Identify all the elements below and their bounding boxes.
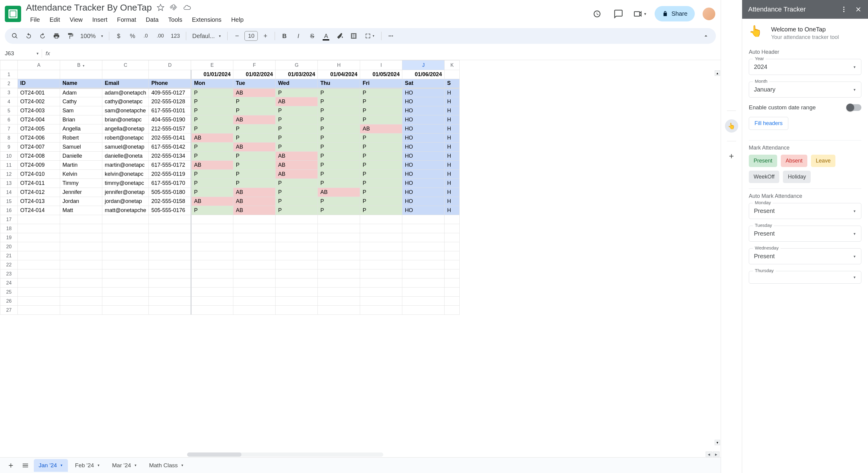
row-header[interactable]: 4 bbox=[0, 97, 18, 106]
cell[interactable]: Wed bbox=[276, 79, 318, 88]
cell[interactable] bbox=[149, 215, 191, 224]
cell[interactable] bbox=[444, 260, 460, 269]
cell[interactable] bbox=[191, 269, 233, 278]
cell[interactable] bbox=[444, 278, 460, 288]
cell[interactable] bbox=[318, 242, 360, 251]
cell[interactable] bbox=[149, 297, 191, 306]
cell[interactable] bbox=[444, 251, 460, 260]
cell[interactable] bbox=[102, 278, 149, 288]
cell[interactable] bbox=[402, 233, 444, 242]
row-header[interactable]: 22 bbox=[0, 260, 18, 269]
cell[interactable]: angella@onetap bbox=[102, 124, 149, 134]
cell[interactable]: AB bbox=[191, 197, 233, 206]
scroll-right-icon[interactable]: ▶ bbox=[713, 451, 719, 457]
cell[interactable] bbox=[18, 70, 60, 79]
cell[interactable]: P bbox=[276, 106, 318, 115]
cell[interactable]: HO bbox=[402, 115, 444, 124]
cell[interactable] bbox=[149, 269, 191, 278]
menu-insert[interactable]: Insert bbox=[88, 14, 112, 25]
cell[interactable]: 202-555-0134 bbox=[149, 152, 191, 161]
scroll-up-icon[interactable]: ▲ bbox=[715, 70, 720, 76]
cell[interactable]: Mon bbox=[191, 79, 233, 88]
cell[interactable] bbox=[276, 251, 318, 260]
cell[interactable] bbox=[191, 242, 233, 251]
cell[interactable]: OT24-001 bbox=[18, 88, 60, 97]
cell[interactable] bbox=[233, 278, 276, 288]
cell[interactable]: Robert bbox=[60, 134, 102, 143]
star-icon[interactable] bbox=[157, 4, 164, 11]
cell[interactable]: OT24-010 bbox=[18, 170, 60, 179]
fill-headers-button[interactable]: Fill headers bbox=[749, 117, 788, 130]
cell[interactable]: timmy@onetapc bbox=[102, 179, 149, 188]
cell[interactable]: P bbox=[191, 143, 233, 152]
cell[interactable] bbox=[360, 306, 402, 315]
cell[interactable]: AB bbox=[360, 124, 402, 134]
column-header[interactable]: J bbox=[402, 60, 444, 70]
cell[interactable]: H bbox=[444, 124, 460, 134]
row-header[interactable]: 1 bbox=[0, 70, 18, 79]
cell[interactable] bbox=[276, 269, 318, 278]
cell[interactable] bbox=[149, 70, 191, 79]
cell[interactable]: HO bbox=[402, 152, 444, 161]
cell[interactable] bbox=[276, 288, 318, 297]
cell[interactable]: OT24-005 bbox=[18, 124, 60, 134]
cell[interactable]: OT24-011 bbox=[18, 179, 60, 188]
cell[interactable]: 01/01/2024 bbox=[191, 70, 233, 79]
cell[interactable] bbox=[318, 297, 360, 306]
cell[interactable] bbox=[18, 251, 60, 260]
cell[interactable] bbox=[60, 70, 102, 79]
cell[interactable] bbox=[149, 224, 191, 233]
row-header[interactable]: 16 bbox=[0, 206, 18, 215]
cell[interactable] bbox=[191, 233, 233, 242]
menu-format[interactable]: Format bbox=[113, 14, 140, 25]
tasks-icon[interactable] bbox=[725, 47, 738, 60]
cell[interactable]: P bbox=[360, 97, 402, 106]
cell[interactable] bbox=[402, 306, 444, 315]
cell[interactable] bbox=[149, 288, 191, 297]
sheet-tab[interactable]: Mar '24▼ bbox=[107, 459, 142, 472]
cell[interactable]: 617-555-0101 bbox=[149, 106, 191, 115]
addon-more-icon[interactable] bbox=[840, 6, 847, 13]
cell[interactable]: P bbox=[318, 115, 360, 124]
cell[interactable] bbox=[18, 260, 60, 269]
cell[interactable] bbox=[102, 242, 149, 251]
cell[interactable]: OT24-012 bbox=[18, 188, 60, 197]
cell[interactable]: P bbox=[360, 115, 402, 124]
month-select[interactable]: January▼ bbox=[749, 82, 861, 97]
cell[interactable]: P bbox=[276, 197, 318, 206]
cell[interactable]: P bbox=[318, 152, 360, 161]
all-sheets-button[interactable] bbox=[19, 460, 31, 472]
cell[interactable]: P bbox=[360, 197, 402, 206]
cell[interactable]: OT24-002 bbox=[18, 97, 60, 106]
row-header[interactable]: 2 bbox=[0, 79, 18, 88]
cell[interactable]: 202-555-0141 bbox=[149, 134, 191, 143]
row-header[interactable]: 23 bbox=[0, 269, 18, 278]
cell[interactable]: P bbox=[233, 106, 276, 115]
cell[interactable]: H bbox=[444, 97, 460, 106]
cell[interactable] bbox=[102, 224, 149, 233]
cell[interactable] bbox=[149, 306, 191, 315]
cell[interactable]: H bbox=[444, 161, 460, 170]
cell[interactable]: P bbox=[191, 152, 233, 161]
cell[interactable]: H bbox=[444, 88, 460, 97]
scroll-down-icon[interactable]: ▼ bbox=[715, 440, 720, 445]
row-header[interactable]: 3 bbox=[0, 88, 18, 97]
keep-icon[interactable] bbox=[725, 26, 738, 39]
cell[interactable]: P bbox=[360, 106, 402, 115]
cell[interactable] bbox=[444, 233, 460, 242]
day-select[interactable]: Present▼ bbox=[749, 203, 861, 219]
cell[interactable]: HO bbox=[402, 179, 444, 188]
row-header[interactable]: 24 bbox=[0, 278, 18, 288]
cell[interactable] bbox=[360, 233, 402, 242]
cell[interactable] bbox=[360, 297, 402, 306]
calendar-icon[interactable] bbox=[725, 5, 738, 18]
cell[interactable]: 01/06/2024 bbox=[402, 70, 444, 79]
cell[interactable] bbox=[18, 215, 60, 224]
cell[interactable]: HO bbox=[402, 106, 444, 115]
cell[interactable] bbox=[233, 260, 276, 269]
cell[interactable] bbox=[149, 242, 191, 251]
cell[interactable]: P bbox=[360, 206, 402, 215]
cell[interactable] bbox=[318, 278, 360, 288]
cell[interactable] bbox=[60, 297, 102, 306]
cell[interactable] bbox=[102, 306, 149, 315]
